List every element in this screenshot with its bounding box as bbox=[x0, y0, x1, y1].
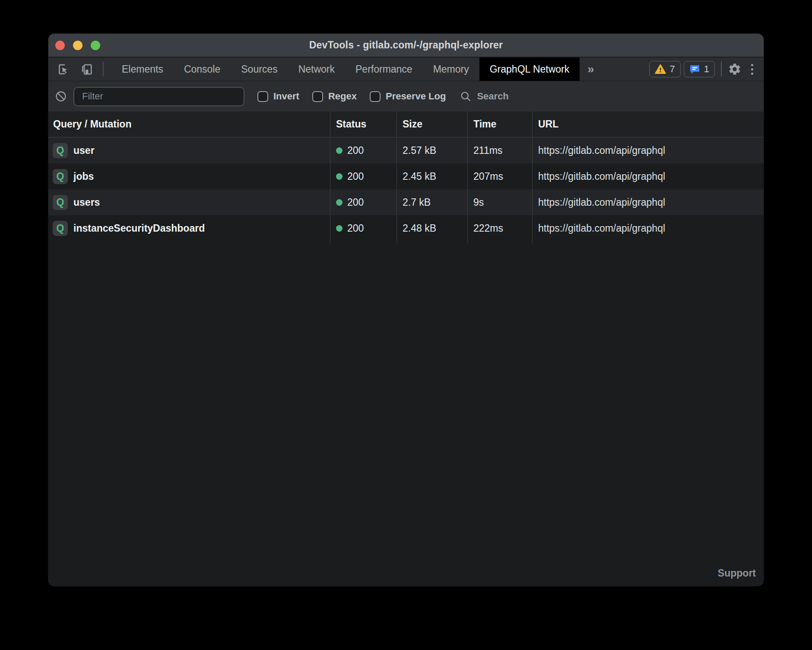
messages-count: 1 bbox=[704, 64, 709, 75]
time-cell: 9s bbox=[467, 189, 532, 215]
url-cell: https://gitlab.com/api/graphql bbox=[532, 137, 764, 163]
issue-badges: 7 1 bbox=[649, 61, 715, 77]
warnings-count: 7 bbox=[670, 64, 675, 75]
search-button[interactable]: Search bbox=[460, 90, 508, 102]
table-header: Query / Mutation Status Size Time URL bbox=[48, 112, 764, 137]
support-link[interactable]: Support bbox=[718, 567, 756, 579]
warnings-badge[interactable]: 7 bbox=[649, 61, 681, 77]
table-row[interactable]: Q instanceSecurityDashboard 200 2.48 kB … bbox=[48, 215, 764, 241]
filter-input[interactable] bbox=[73, 87, 244, 106]
query-type-badge: Q bbox=[53, 143, 68, 158]
status-dot-icon bbox=[336, 147, 343, 154]
filter-bar: Invert Regex Preserve Log Search bbox=[48, 81, 764, 112]
clear-block-icon[interactable] bbox=[55, 90, 67, 102]
search-label: Search bbox=[477, 91, 508, 102]
toolbar-separator bbox=[721, 62, 722, 76]
device-toolbar-icon[interactable] bbox=[79, 61, 94, 78]
time-cell: 207ms bbox=[467, 163, 532, 189]
column-header-url[interactable]: URL bbox=[532, 112, 764, 137]
column-header-query-mutation[interactable]: Query / Mutation bbox=[48, 112, 330, 137]
size-cell: 2.48 kB bbox=[396, 215, 467, 241]
tab-elements[interactable]: Elements bbox=[111, 57, 174, 81]
preserve-log-checkbox-group: Preserve Log bbox=[370, 91, 446, 102]
toolbar-separator bbox=[103, 62, 104, 76]
tab-performance[interactable]: Performance bbox=[345, 57, 423, 81]
status-dot-icon bbox=[336, 173, 343, 180]
status-code: 200 bbox=[347, 145, 364, 156]
gear-icon bbox=[728, 62, 742, 76]
close-window-button[interactable] bbox=[55, 41, 65, 50]
column-header-status[interactable]: Status bbox=[330, 112, 396, 137]
window-title: DevTools - gitlab.com/-/graphql-explorer bbox=[309, 39, 503, 51]
status-code: 200 bbox=[347, 171, 364, 182]
titlebar: DevTools - gitlab.com/-/graphql-explorer bbox=[48, 34, 764, 57]
preserve-log-label: Preserve Log bbox=[386, 91, 446, 102]
tab-graphql-network[interactable]: GraphQL Network bbox=[479, 57, 580, 81]
devtools-tabbar: Elements Console Sources Network Perform… bbox=[48, 57, 764, 81]
url-cell: https://gitlab.com/api/graphql bbox=[532, 163, 764, 189]
table-empty-area: Support bbox=[48, 243, 764, 586]
preserve-log-checkbox[interactable] bbox=[370, 91, 381, 102]
query-name: jobs bbox=[73, 171, 94, 182]
messages-badge[interactable]: 1 bbox=[684, 61, 715, 77]
query-name: users bbox=[73, 197, 100, 208]
maximize-window-button[interactable] bbox=[91, 41, 100, 50]
url-cell: https://gitlab.com/api/graphql bbox=[532, 215, 764, 241]
column-header-time[interactable]: Time bbox=[467, 112, 532, 137]
inspect-element-icon[interactable] bbox=[56, 61, 72, 78]
more-tabs-icon[interactable]: » bbox=[580, 57, 602, 81]
invert-label: Invert bbox=[273, 91, 299, 102]
time-cell: 222ms bbox=[467, 215, 532, 241]
status-code: 200 bbox=[347, 197, 364, 208]
table-row[interactable]: Q users 200 2.7 kB 9s https://gitlab.com… bbox=[48, 189, 764, 215]
tab-memory[interactable]: Memory bbox=[423, 57, 479, 81]
table-row[interactable]: Q user 200 2.57 kB 211ms https://gitlab.… bbox=[48, 137, 764, 163]
tab-network[interactable]: Network bbox=[288, 57, 345, 81]
time-cell: 211ms bbox=[467, 137, 532, 163]
more-options-button[interactable] bbox=[751, 64, 753, 75]
column-header-size[interactable]: Size bbox=[396, 112, 467, 137]
invert-checkbox[interactable] bbox=[257, 91, 268, 102]
regex-checkbox-group: Regex bbox=[312, 91, 357, 102]
kebab-dot bbox=[751, 64, 753, 66]
query-name: user bbox=[73, 145, 95, 156]
status-code: 200 bbox=[347, 223, 364, 234]
settings-button[interactable] bbox=[728, 62, 742, 76]
devtools-window: DevTools - gitlab.com/-/graphql-explorer… bbox=[48, 34, 764, 586]
tab-console[interactable]: Console bbox=[174, 57, 231, 81]
regex-label: Regex bbox=[328, 91, 357, 102]
message-bubble-icon bbox=[689, 64, 700, 74]
query-type-badge: Q bbox=[53, 221, 68, 236]
status-dot-icon bbox=[336, 225, 343, 232]
size-cell: 2.57 kB bbox=[396, 137, 467, 163]
table-row[interactable]: Q jobs 200 2.45 kB 207ms https://gitlab.… bbox=[48, 163, 764, 189]
search-icon bbox=[460, 90, 472, 102]
warning-triangle-icon bbox=[655, 64, 666, 74]
size-cell: 2.7 kB bbox=[396, 189, 467, 215]
panel-tabs: Elements Console Sources Network Perform… bbox=[111, 57, 580, 81]
regex-checkbox[interactable] bbox=[312, 91, 323, 102]
kebab-dot bbox=[751, 73, 753, 75]
invert-checkbox-group: Invert bbox=[257, 91, 299, 102]
query-name: instanceSecurityDashboard bbox=[73, 223, 205, 234]
minimize-window-button[interactable] bbox=[73, 41, 82, 50]
query-type-badge: Q bbox=[53, 195, 68, 210]
kebab-dot bbox=[751, 68, 753, 70]
traffic-lights bbox=[55, 34, 100, 57]
query-type-badge: Q bbox=[53, 169, 68, 184]
tab-sources[interactable]: Sources bbox=[231, 57, 288, 81]
url-cell: https://gitlab.com/api/graphql bbox=[532, 189, 764, 215]
size-cell: 2.45 kB bbox=[396, 163, 467, 189]
status-dot-icon bbox=[336, 199, 343, 206]
